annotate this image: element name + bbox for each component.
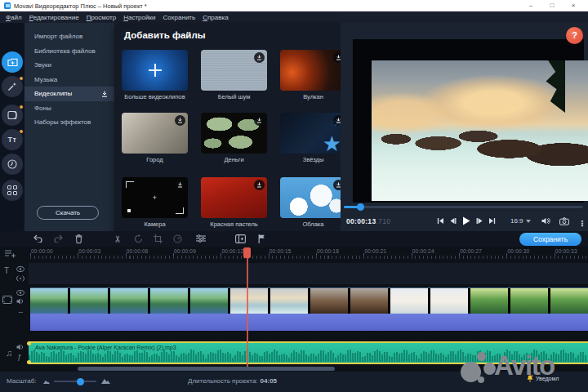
step-back-button[interactable] [450,217,457,225]
titles-module-button[interactable]: Тт [2,129,23,150]
zoom-slider-handle[interactable] [77,378,84,385]
crop-button[interactable] [154,234,163,243]
menu-item-просмотр[interactable]: Просмотр [87,14,117,21]
nav-item-фоны[interactable]: Фоны [24,101,114,116]
help-button[interactable]: ? [566,27,583,44]
playhead-timecode: 00:00:13.710 [346,217,390,225]
title-track-link-icon[interactable] [16,275,24,282]
nav-item-библиотека-файлов[interactable]: Библиотека файлов [24,44,114,59]
movavi-video-editor-window: Movavi Видеоредактор Плюс – Новый проект… [0,0,588,392]
undo-button[interactable] [33,234,42,243]
library-item-city[interactable] [122,113,188,154]
library-item-more[interactable] [122,50,188,91]
clip-speed-button[interactable] [173,234,182,243]
ruler-minor-ticks [30,256,588,259]
plus-icon [149,64,162,77]
library-item-stars[interactable] [280,113,346,154]
step-forward-button[interactable] [476,217,483,225]
download-content-button[interactable]: Скачать [37,206,99,220]
import-module-button[interactable] [2,51,23,73]
video-track-visibility-icon[interactable] [16,290,24,296]
library-item-redpastel[interactable] [201,177,267,218]
menu-item-настройки[interactable]: Настройки [123,14,155,21]
seek-bar[interactable] [344,206,583,208]
add-track-icon[interactable] [4,249,16,258]
rotate-button[interactable] [134,234,143,243]
video-track-arrow-icon[interactable]: ← [17,307,24,315]
notification-toast[interactable]: Уведомл [527,375,559,382]
clip-handle[interactable] [27,360,31,364]
delete-button[interactable] [75,234,82,243]
library-item-money[interactable] [201,113,267,154]
video-track-mute-icon[interactable] [16,298,24,305]
notification-text: Уведомл [536,376,559,381]
title-track[interactable] [29,263,588,284]
save-export-button[interactable]: Сохранить [519,233,581,246]
menu-item-сохранить[interactable]: Сохранить [163,14,195,21]
audio-track-mute-icon[interactable] [16,344,24,350]
zoom-out-icon[interactable] [43,379,50,384]
nav-item-звуки[interactable]: Звуки [24,58,114,73]
star-icon [323,131,341,154]
import-nav-panel: Импорт файловБиблиотека файловЗвукиМузык… [24,23,114,231]
library-item-clouds[interactable] [280,177,346,218]
audio-clip-label: Ava Nakamura - Pookie (Alper Karacan Rem… [35,345,176,350]
audio-track-properties-icon[interactable]: ƒ [17,353,21,361]
nav-item-импорт-файлов[interactable]: Импорт файлов [24,29,114,44]
playhead-handle[interactable] [243,247,251,258]
split-button[interactable] [114,234,122,243]
preview-screen [353,39,584,203]
download-badge-icon[interactable] [254,180,265,190]
seek-handle[interactable] [357,203,364,211]
play-button[interactable] [462,216,470,225]
library-item-noise[interactable] [201,50,267,91]
timeline-zoom-slider[interactable] [54,381,96,382]
nav-item-наборы-эффектов[interactable]: Наборы эффектов [24,115,114,130]
library-item-volcano[interactable] [280,50,346,91]
menu-item-редактирование[interactable]: Редактирование [29,14,79,21]
effects-module-button[interactable] [2,154,23,175]
aspect-ratio-select[interactable]: 16:9 [510,217,531,225]
menu-item-справка[interactable]: Справка [203,14,228,21]
video-frame-thumb [30,288,68,314]
library-item-label: Белый шум [194,93,274,100]
maximize-button[interactable]: □ [541,0,563,11]
menu-item-файл[interactable]: Файл [6,14,22,21]
transitions-module-button[interactable] [2,105,23,126]
library-item-camera[interactable]: + [122,177,188,218]
transition-wizard-button[interactable] [235,234,246,243]
download-badge-icon[interactable] [254,115,265,126]
go-to-start-button[interactable] [437,217,444,225]
video-audio-clip[interactable] [30,314,588,331]
minimize-button[interactable]: – [520,0,541,11]
zoom-label: Масштаб: [7,377,36,385]
timeline-scrollbar[interactable] [78,367,335,371]
library-panel: Добавить файлы Больше видеоклиповБелый ш… [114,23,341,231]
nav-item-музыка[interactable]: Музыка [24,73,114,87]
filters-module-button[interactable] [2,76,23,97]
clip-properties-button[interactable] [196,234,206,243]
library-item-label: Город [115,156,194,163]
zoom-in-icon[interactable] [101,377,110,384]
close-button[interactable]: × [563,0,584,11]
library-title: Добавить файлы [124,30,206,40]
go-to-end-button[interactable] [488,217,496,225]
more-tools-button[interactable] [2,180,23,201]
nav-item-видеоклипы[interactable]: Видеоклипы [24,87,114,101]
redo-button[interactable] [54,234,64,243]
video-frame-thumb [190,288,228,314]
download-badge-icon[interactable] [175,115,185,126]
volume-button[interactable] [541,217,550,225]
nav-list: Импорт файловБиблиотека файловЗвукиМузык… [24,29,114,130]
more-options-button[interactable] [578,215,586,229]
download-badge-icon[interactable] [254,52,265,63]
marker-flag-button[interactable] [258,234,265,243]
title-track-visibility-icon[interactable] [16,266,24,272]
video-clip[interactable] [30,287,588,314]
download-icon [101,91,108,97]
grid-icon [7,185,17,195]
snapshot-button[interactable] [559,217,569,225]
video-frame-thumb [110,288,148,314]
download-badge-icon[interactable] [175,180,185,190]
clip-handle[interactable] [27,341,31,345]
